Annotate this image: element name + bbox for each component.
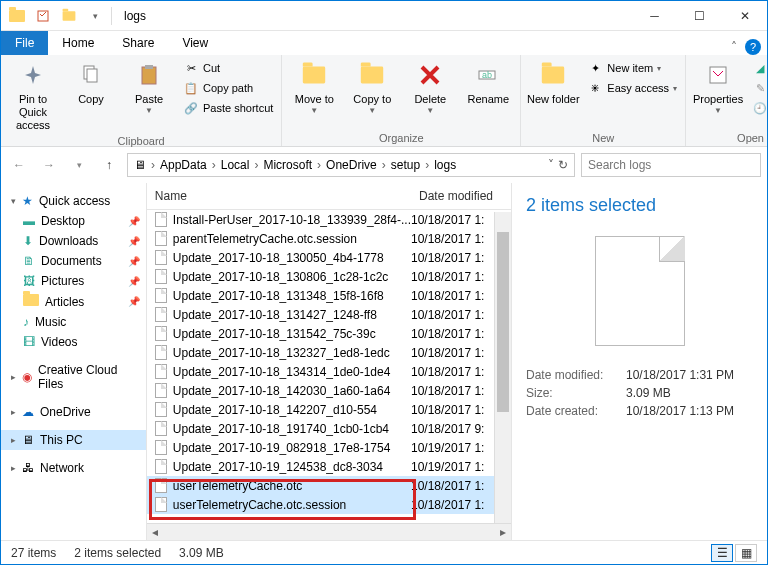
easyaccess-icon: ⛯ <box>587 80 603 96</box>
file-icon <box>153 478 169 494</box>
quickaccess-header[interactable]: ▾ ★ Quick access <box>1 191 146 211</box>
recent-dropdown[interactable]: ▾ <box>67 153 91 177</box>
file-row[interactable]: Update_2017-10-18_131348_15f8-16f810/18/… <box>147 286 511 305</box>
svg-rect-2 <box>87 69 97 82</box>
nav-articles[interactable]: Articles📌 <box>1 291 146 312</box>
tab-share[interactable]: Share <box>108 31 168 55</box>
navigation-pane: ▾ ★ Quick access ▬Desktop📌 ⬇Downloads📌 🗎… <box>1 183 147 540</box>
file-icon <box>153 440 169 456</box>
breadcrumb-item[interactable]: logs <box>430 158 460 172</box>
delete-button[interactable]: Delete▼ <box>402 57 458 116</box>
nav-documents[interactable]: 🗎Documents📌 <box>1 251 146 271</box>
close-button[interactable]: ✕ <box>722 1 767 31</box>
nav-music[interactable]: ♪Music <box>1 312 146 332</box>
vertical-scrollbar[interactable] <box>494 212 511 523</box>
cut-button[interactable]: ✂Cut <box>179 59 277 77</box>
file-name: Update_2017-10-18_131427_1248-ff8 <box>173 308 411 322</box>
properties-button[interactable]: Properties▼ <box>690 57 746 116</box>
column-date[interactable]: Date modified <box>411 183 511 209</box>
forward-button[interactable]: → <box>37 153 61 177</box>
file-row[interactable]: Update_2017-10-18_130806_1c28-1c2c10/18/… <box>147 267 511 286</box>
breadcrumb-item[interactable]: setup <box>387 158 424 172</box>
file-row[interactable]: Update_2017-10-18_131542_75c-39c10/18/20… <box>147 324 511 343</box>
back-button[interactable]: ← <box>7 153 31 177</box>
newfolder-button[interactable]: New folder <box>525 57 581 106</box>
up-button[interactable]: ↑ <box>97 153 121 177</box>
file-row[interactable]: parentTelemetryCache.otc.session10/18/20… <box>147 229 511 248</box>
breadcrumb-item[interactable]: Local <box>217 158 254 172</box>
window-title: logs <box>116 9 146 23</box>
copypath-button[interactable]: 📋Copy path <box>179 79 277 97</box>
nav-pictures[interactable]: 🖼Pictures📌 <box>1 271 146 291</box>
address-bar[interactable]: 🖥 › AppData› Local› Microsoft› OneDrive›… <box>127 153 575 177</box>
newitem-button[interactable]: ✦New item ▾ <box>583 59 681 77</box>
address-dropdown-icon[interactable]: ˅ <box>548 158 554 172</box>
file-row[interactable]: Update_2017-10-18_142207_d10-55410/18/20… <box>147 400 511 419</box>
moveto-button[interactable]: Move to▼ <box>286 57 342 116</box>
search-input[interactable]: Search logs <box>581 153 761 177</box>
file-icon <box>153 421 169 437</box>
file-icon <box>153 307 169 323</box>
breadcrumb-item[interactable]: AppData <box>156 158 211 172</box>
file-row[interactable]: Update_2017-10-18_132327_1ed8-1edc10/18/… <box>147 343 511 362</box>
nav-onedrive[interactable]: ▸ ☁ OneDrive <box>1 402 146 422</box>
chevron-down-icon: ▾ <box>11 196 16 206</box>
details-view-button[interactable]: ☰ <box>711 544 733 562</box>
tab-view[interactable]: View <box>168 31 222 55</box>
nav-ccf[interactable]: ▸ ◉ Creative Cloud Files <box>1 360 146 394</box>
selection-title: 2 items selected <box>526 195 753 216</box>
tab-file[interactable]: File <box>1 31 48 55</box>
open-button[interactable]: ◢Open ▾ <box>748 59 768 77</box>
file-icon <box>153 345 169 361</box>
tab-home[interactable]: Home <box>48 31 108 55</box>
prop-label: Date modified: <box>526 368 626 382</box>
minimize-button[interactable]: ─ <box>632 1 677 31</box>
nav-downloads[interactable]: ⬇Downloads📌 <box>1 231 146 251</box>
file-row[interactable]: Update_2017-10-18_130050_4b4-177810/18/2… <box>147 248 511 267</box>
status-selected: 2 items selected <box>74 546 161 560</box>
nav-desktop[interactable]: ▬Desktop📌 <box>1 211 146 231</box>
qat-dropdown-icon[interactable]: ▾ <box>83 4 107 28</box>
nav-network[interactable]: ▸ 🖧 Network <box>1 458 146 478</box>
ribbon-collapse-icon[interactable]: ˄ <box>731 40 737 54</box>
horizontal-scrollbar[interactable]: ◂▸ <box>147 523 511 540</box>
file-row[interactable]: Update_2017-10-18_131427_1248-ff810/18/2… <box>147 305 511 324</box>
easyaccess-button[interactable]: ⛯Easy access ▾ <box>583 79 681 97</box>
file-row[interactable]: Update_2017-10-18_142030_1a60-1a6410/18/… <box>147 381 511 400</box>
edit-button[interactable]: ✎Edit <box>748 79 768 97</box>
prop-label: Size: <box>526 386 626 400</box>
qat-newfolder-icon[interactable] <box>57 4 81 28</box>
column-name[interactable]: Name <box>147 183 411 209</box>
file-row[interactable]: Update_2017-10-18_191740_1cb0-1cb410/18/… <box>147 419 511 438</box>
file-row[interactable]: Update_2017-10-18_134314_1de0-1de410/18/… <box>147 362 511 381</box>
refresh-icon[interactable]: ↻ <box>558 158 568 172</box>
file-name: userTelemetryCache.otc.session <box>173 498 411 512</box>
icons-view-button[interactable]: ▦ <box>735 544 757 562</box>
file-name: Update_2017-10-18_130806_1c28-1c2c <box>173 270 411 284</box>
help-icon[interactable]: ? <box>745 39 761 55</box>
documents-icon: 🗎 <box>23 254 35 268</box>
copy-button[interactable]: Copy <box>63 57 119 106</box>
file-row[interactable]: userTelemetryCache.otc10/18/2017 1: <box>147 476 511 495</box>
qat-properties-icon[interactable] <box>31 4 55 28</box>
pin-quickaccess-button[interactable]: Pin to Quick access <box>5 57 61 133</box>
paste-button[interactable]: Paste▼ <box>121 57 177 116</box>
file-row[interactable]: Install-PerUser_2017-10-18_133939_28f4-.… <box>147 210 511 229</box>
file-row[interactable]: Update_2017-10-19_124538_dc8-303410/19/2… <box>147 457 511 476</box>
breadcrumb-item[interactable]: OneDrive <box>322 158 381 172</box>
desktop-icon: ▬ <box>23 214 35 228</box>
pin-icon: 📌 <box>128 296 140 307</box>
file-row[interactable]: userTelemetryCache.otc.session10/18/2017… <box>147 495 511 514</box>
pasteshortcut-button[interactable]: 🔗Paste shortcut <box>179 99 277 117</box>
history-button[interactable]: 🕘History <box>748 99 768 117</box>
file-row[interactable]: Update_2017-10-19_082918_17e8-175410/19/… <box>147 438 511 457</box>
breadcrumb-item[interactable]: Microsoft <box>259 158 316 172</box>
copyto-button[interactable]: Copy to▼ <box>344 57 400 116</box>
nav-videos[interactable]: 🎞Videos <box>1 332 146 352</box>
nav-thispc[interactable]: ▸ 🖥 This PC <box>1 430 146 450</box>
maximize-button[interactable]: ☐ <box>677 1 722 31</box>
paste-icon <box>133 59 165 91</box>
rename-button[interactable]: abRename <box>460 57 516 106</box>
prop-value: 10/18/2017 1:31 PM <box>626 368 734 382</box>
svg-rect-0 <box>38 11 48 21</box>
